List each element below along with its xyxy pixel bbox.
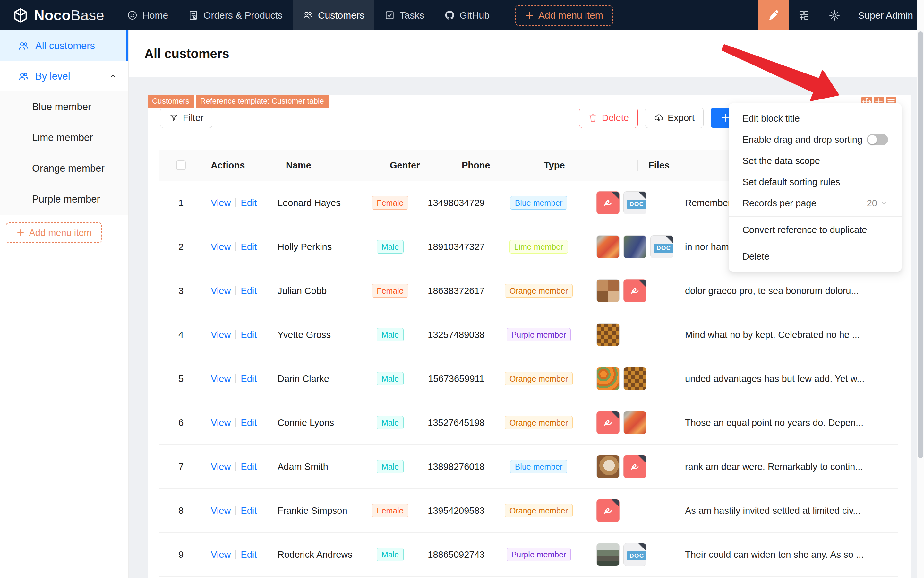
image-attachment-collage[interactable] (597, 279, 619, 302)
cell-type-tag: Blue member (510, 460, 567, 474)
table-row: 8ViewEditFrankie SimpsonFemale1395420958… (159, 489, 898, 533)
nav-item-customers[interactable]: Customers (293, 0, 374, 31)
sidebar-item-all-customers[interactable]: All customers (0, 31, 128, 61)
cloud-download-icon (654, 113, 663, 123)
edit-link[interactable]: Edit (241, 373, 257, 384)
menu-item-convert-reference-to-duplicate[interactable]: Convert reference to duplicate (729, 219, 901, 240)
action-divider (235, 242, 236, 251)
cell-type-tag: Orange member (505, 504, 573, 518)
nav-item-home[interactable]: Home (117, 0, 178, 31)
nav-item-tasks[interactable]: Tasks (374, 0, 434, 31)
nav-item-label: Tasks (400, 10, 425, 21)
nav-item-github[interactable]: GitHub (434, 0, 499, 31)
pdf-attachment-icon[interactable] (623, 279, 647, 302)
edit-link[interactable]: Edit (241, 417, 257, 428)
menu-item-label: Enable drag and drop sorting (742, 135, 862, 145)
view-link[interactable]: View (211, 373, 231, 384)
view-link[interactable]: View (211, 461, 231, 472)
chevron-up-icon[interactable] (109, 72, 117, 81)
edit-link[interactable]: Edit (241, 198, 257, 208)
view-link[interactable]: View (211, 330, 231, 340)
menu-item-set-default-sorting-rules[interactable]: Set default sorting rules (729, 171, 901, 193)
pdf-attachment-icon[interactable] (597, 499, 619, 522)
menu-item-records-per-page[interactable]: Records per page20 (729, 193, 901, 214)
image-attachment-fruit[interactable] (597, 235, 619, 258)
image-attachment-oranges[interactable] (597, 367, 619, 390)
doc-attachment-icon[interactable]: DOC (623, 543, 647, 566)
doc-attachment-icon[interactable]: DOC (623, 191, 647, 214)
sidebar-item-lime-member[interactable]: Lime member (0, 122, 128, 153)
image-attachment-coffee[interactable] (597, 455, 619, 478)
cell-note: Those an equal point no years do. Depen.… (674, 401, 898, 445)
cell-gender: Male (360, 401, 421, 445)
drag-sort-toggle[interactable] (867, 134, 888, 145)
image-attachment-grapes[interactable] (623, 235, 647, 258)
sidebar-item-purple-member[interactable]: Purple member (0, 184, 128, 215)
row-actions: ViewEdit (203, 225, 267, 269)
user-menu[interactable]: Super Admin (849, 10, 913, 21)
plugin-grid-icon (798, 9, 810, 21)
vertical-scrollbar[interactable] (917, 0, 924, 578)
edit-link[interactable]: Edit (241, 242, 257, 252)
ui-editor-button[interactable] (758, 0, 789, 31)
logo-text: NocoBase (34, 7, 104, 24)
profile-icon (188, 10, 199, 21)
edit-link[interactable]: Edit (241, 330, 257, 340)
view-link[interactable]: View (211, 242, 231, 252)
sidebar-item-by-level[interactable]: By level (0, 61, 128, 91)
pdf-attachment-icon[interactable] (597, 411, 619, 434)
cell-phone: 15673659911 (421, 357, 492, 401)
pdf-attachment-icon[interactable] (623, 455, 647, 478)
scrollbar-thumb[interactable] (918, 31, 923, 458)
github-icon (444, 10, 455, 21)
menu-item-delete[interactable]: Delete (729, 246, 901, 267)
edit-link[interactable]: Edit (241, 549, 257, 560)
view-link[interactable]: View (211, 505, 231, 516)
cell-files (585, 269, 674, 313)
sidebar-item-blue-member[interactable]: Blue member (0, 91, 128, 122)
view-link[interactable]: View (211, 286, 231, 296)
sidebar-add-label: Add menu item (29, 227, 91, 238)
cell-gender-tag: Male (377, 460, 404, 474)
export-button[interactable]: Export (645, 107, 704, 128)
sidebar-item-orange-member[interactable]: Orange member (0, 153, 128, 184)
image-attachment-caramel[interactable] (597, 323, 619, 346)
nav-item-orders-products[interactable]: Orders & Products (178, 0, 293, 31)
filter-button[interactable]: Filter (160, 107, 212, 128)
records-per-page-select[interactable]: 20 (867, 198, 888, 209)
doc-label: DOC (627, 200, 647, 209)
view-link[interactable]: View (211, 417, 231, 428)
cell-name: Adam Smith (267, 445, 360, 489)
plugin-manager-button[interactable] (789, 0, 819, 31)
edit-link[interactable]: Edit (241, 286, 257, 296)
select-all-checkbox[interactable] (176, 161, 186, 170)
top-navbar: NocoBase HomeOrders & ProductsCustomersT… (0, 0, 924, 31)
row-index: 3 (159, 269, 203, 313)
edit-link[interactable]: Edit (241, 505, 257, 516)
image-attachment-storefront[interactable] (597, 543, 619, 566)
menu-item-set-the-data-scope[interactable]: Set the data scope (729, 150, 901, 171)
cell-files: DOC (585, 225, 674, 269)
sidebar-add-menu-item-button[interactable]: Add menu item (6, 222, 102, 243)
menu-item-edit-block-title[interactable]: Edit block title (729, 108, 901, 129)
image-attachment-fruit[interactable] (623, 411, 647, 434)
cell-files (585, 313, 674, 357)
view-link[interactable]: View (211, 549, 231, 560)
column-header-phone: Phone (451, 150, 533, 181)
navbar-add-menu-item-button[interactable]: Add menu item (515, 5, 613, 26)
image-attachment-caramel[interactable] (623, 367, 647, 390)
nav-item-label: Orders & Products (203, 10, 283, 21)
menu-item-enable-drag-and-drop-sorting[interactable]: Enable drag and drop sorting (729, 129, 901, 150)
settings-button[interactable] (819, 0, 849, 31)
nocobase-logo[interactable]: NocoBase (0, 7, 117, 24)
action-divider (235, 418, 236, 427)
pdf-attachment-icon[interactable] (597, 191, 619, 214)
edit-link[interactable]: Edit (241, 461, 257, 472)
action-divider (235, 506, 236, 515)
delete-button[interactable]: Delete (579, 107, 638, 128)
column-header-genter: Genter (379, 150, 451, 181)
cell-gender: Male (360, 357, 421, 401)
doc-attachment-icon[interactable]: DOC (650, 235, 673, 258)
view-link[interactable]: View (211, 198, 231, 208)
column-header-name: Name (275, 150, 379, 181)
